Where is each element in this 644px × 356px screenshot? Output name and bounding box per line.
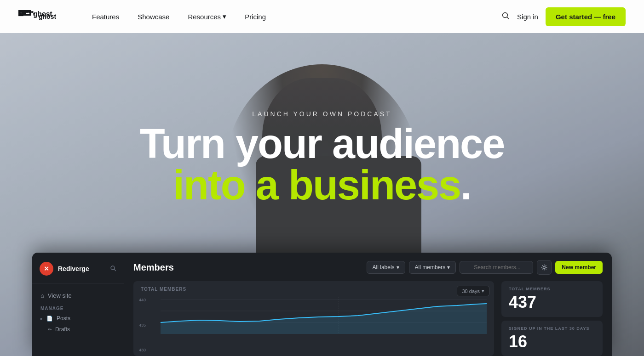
svg-line-18: [507, 17, 509, 19]
sidebar-brand: ✕ Rediverge: [32, 260, 124, 283]
page-title: Members: [133, 262, 367, 273]
y-label-440: 440: [139, 298, 146, 302]
chart-section: TOTAL MEMBERS 30 days ▾ 440 435 430: [133, 281, 494, 356]
hero-text-block: LAUNCH YOUR OWN PODCAST Turn your audien…: [69, 110, 575, 206]
dashboard-toolbar: All labels ▾ All members ▾ New member: [367, 260, 603, 275]
members-chart: [141, 297, 487, 334]
nav-links: Features Showcase Resources ▾ Pricing: [85, 9, 501, 24]
hero-title-line2: into a business.: [69, 164, 575, 206]
svg-rect-1: [20, 13, 22, 15]
chevron-down-small-icon: ▾: [397, 264, 399, 271]
svg-rect-8: [20, 15, 22, 17]
signed-up-stat-label: SIGNED UP IN THE LAST 30 DAYS: [509, 326, 595, 331]
svg-rect-5: [22, 11, 23, 13]
brand-logo-icon: ✕: [40, 262, 53, 276]
stats-panel: TOTAL MEMBERS 437 SIGNED UP IN THE LAST …: [501, 281, 603, 356]
sidebar-item-view-site[interactable]: ⌂ View site: [36, 289, 120, 302]
nav-logo[interactable]: ghost: [18, 11, 66, 22]
nav-showcase[interactable]: Showcase: [130, 9, 177, 24]
pencil-icon: ✏: [48, 327, 52, 332]
chart-y-labels: 440 435 430: [139, 298, 146, 352]
sidebar-nav: ⌂ View site MANAGE ▸ 📄 Posts ✏ Drafts: [32, 289, 124, 335]
svg-rect-14: [32, 11, 34, 13]
svg-rect-12: [29, 11, 30, 13]
hero-title-line1: Turn your audience: [69, 123, 575, 164]
total-members-stat-label: TOTAL MEMBERS: [509, 287, 595, 291]
sidebar-item-drafts[interactable]: ✏ Drafts: [36, 324, 120, 335]
svg-rect-7: [22, 15, 23, 17]
svg-point-17: [503, 13, 508, 18]
nav-search-icon[interactable]: [501, 11, 510, 22]
dashboard-panel: ✕ Rediverge ⌂ View site MANAGE ▸ 📄 Posts…: [32, 253, 612, 356]
brand-name-label: Rediverge: [58, 265, 89, 272]
chevron-down-chart-icon: ▾: [482, 288, 484, 294]
svg-rect-10: [25, 11, 27, 13]
dashboard-sidebar: ✕ Rediverge ⌂ View site MANAGE ▸ 📄 Posts…: [32, 253, 124, 356]
chart-title-label: TOTAL MEMBERS: [141, 287, 487, 292]
new-member-button[interactable]: New member: [555, 261, 603, 274]
sidebar-search-icon[interactable]: [110, 265, 116, 273]
signin-link[interactable]: Sign in: [517, 13, 538, 21]
chart-period-button[interactable]: 30 days ▾: [457, 286, 489, 296]
svg-rect-2: [18, 15, 20, 17]
nav-pricing[interactable]: Pricing: [237, 9, 273, 24]
nav-resources[interactable]: Resources ▾: [180, 9, 234, 24]
home-icon: ⌂: [40, 292, 44, 299]
signed-up-card: SIGNED UP IN THE LAST 30 DAYS 16: [501, 321, 603, 356]
chevron-down-icon: ▾: [223, 12, 226, 21]
svg-rect-0: [18, 13, 20, 15]
get-started-button[interactable]: Get started — free: [546, 7, 626, 26]
ghost-logo-icon: [18, 11, 35, 22]
all-labels-button[interactable]: All labels ▾: [367, 261, 405, 274]
y-label-435: 435: [139, 323, 146, 328]
search-members-input[interactable]: [460, 261, 533, 274]
svg-line-20: [115, 269, 116, 271]
total-members-card: TOTAL MEMBERS 437: [501, 281, 603, 317]
hero-subtitle: LAUNCH YOUR OWN PODCAST: [69, 110, 575, 118]
total-members-stat-value: 437: [509, 293, 595, 311]
svg-point-23: [543, 266, 546, 269]
search-members-wrapper: [460, 261, 533, 274]
svg-rect-15: [33, 13, 35, 15]
navbar: ghost Features Showcase Resources ▾ Pric…: [0, 0, 644, 33]
manage-section-label: MANAGE: [36, 302, 120, 313]
sidebar-item-posts[interactable]: ▸ 📄 Posts: [36, 313, 120, 324]
hero-title-green: into a business: [173, 162, 460, 208]
svg-rect-4: [20, 11, 22, 13]
chart-area: TOTAL MEMBERS 30 days ▾ 440 435 430: [133, 281, 603, 356]
posts-doc-icon: 📄: [46, 316, 53, 322]
chevron-down-small-icon2: ▾: [447, 264, 450, 271]
dashboard-main: Members All labels ▾ All members ▾: [124, 253, 612, 356]
svg-rect-13: [30, 11, 32, 13]
svg-point-19: [111, 266, 115, 270]
signed-up-stat-value: 16: [509, 333, 595, 351]
ghost-wordmark: ghost: [39, 12, 66, 21]
svg-rect-6: [22, 13, 23, 15]
svg-rect-9: [23, 11, 25, 13]
all-members-button[interactable]: All members ▾: [409, 261, 456, 274]
nav-features[interactable]: Features: [85, 9, 126, 24]
chevron-right-icon: ▸: [40, 316, 43, 321]
svg-text:ghost: ghost: [39, 13, 56, 20]
hero-title-period: .: [460, 162, 471, 208]
settings-icon-button[interactable]: [537, 260, 552, 275]
dashboard-header: Members All labels ▾ All members ▾: [133, 260, 603, 275]
svg-rect-11: [27, 11, 29, 13]
svg-rect-3: [18, 11, 20, 13]
nav-right: Sign in Get started — free: [501, 7, 626, 26]
y-label-430: 430: [139, 348, 146, 352]
